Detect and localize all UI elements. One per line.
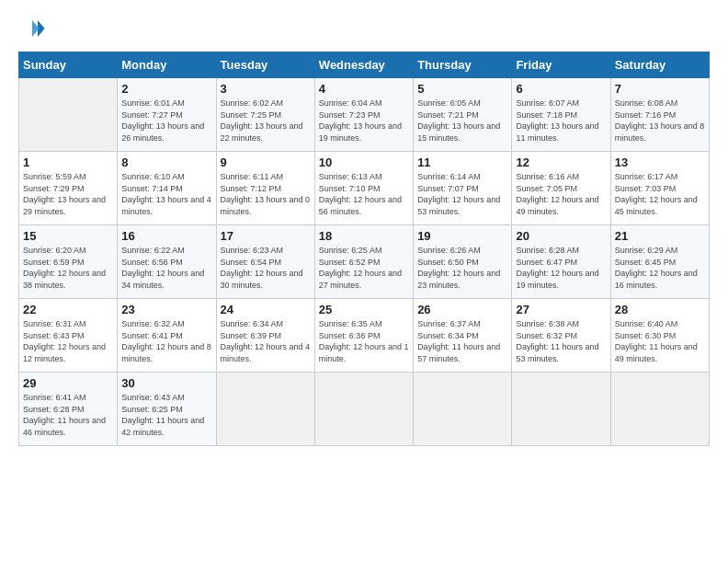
calendar-cell [414, 373, 512, 446]
day-info: Sunrise: 6:22 AMSunset: 6:56 PMDaylight:… [121, 246, 204, 290]
day-info: Sunrise: 6:11 AMSunset: 7:12 PMDaylight:… [221, 172, 311, 216]
calendar-cell: 9Sunrise: 6:11 AMSunset: 7:12 PMDaylight… [216, 152, 314, 225]
day-number: 28 [615, 303, 705, 316]
header [18, 15, 710, 42]
day-number: 25 [319, 303, 409, 316]
week-row: 2Sunrise: 6:01 AMSunset: 7:27 PMDaylight… [19, 78, 710, 152]
calendar-cell: 18Sunrise: 6:25 AMSunset: 6:52 PMDayligh… [314, 225, 413, 299]
day-info: Sunrise: 6:13 AMSunset: 7:10 PMDaylight:… [319, 172, 402, 216]
day-info: Sunrise: 6:02 AMSunset: 7:25 PMDaylight:… [221, 98, 303, 143]
calendar-cell: 10Sunrise: 6:13 AMSunset: 7:10 PMDayligh… [314, 152, 413, 225]
day-number: 2 [121, 82, 211, 96]
calendar-cell: 24Sunrise: 6:34 AMSunset: 6:39 PMDayligh… [216, 299, 314, 373]
col-header-tuesday: Tuesday [216, 52, 314, 78]
week-row: 22Sunrise: 6:31 AMSunset: 6:43 PMDayligh… [19, 299, 710, 373]
day-info: Sunrise: 6:14 AMSunset: 7:07 PMDaylight:… [417, 172, 500, 216]
col-header-thursday: Thursday [414, 52, 512, 78]
calendar-cell [19, 78, 118, 152]
calendar-cell: 22Sunrise: 6:31 AMSunset: 6:43 PMDayligh… [19, 299, 118, 373]
week-row: 29Sunrise: 6:41 AMSunset: 6:28 PMDayligh… [19, 373, 710, 446]
calendar-cell: 7Sunrise: 6:08 AMSunset: 7:16 PMDaylight… [610, 78, 709, 152]
calendar-cell: 11Sunrise: 6:14 AMSunset: 7:07 PMDayligh… [414, 152, 512, 225]
day-number: 23 [121, 303, 211, 316]
day-number: 1 [23, 155, 113, 169]
day-info: Sunrise: 6:07 AMSunset: 7:18 PMDaylight:… [516, 98, 598, 143]
day-number: 19 [417, 229, 507, 243]
day-info: Sunrise: 6:20 AMSunset: 6:59 PMDaylight:… [23, 246, 106, 290]
day-number: 7 [615, 82, 705, 96]
calendar-cell: 25Sunrise: 6:35 AMSunset: 6:36 PMDayligh… [314, 299, 413, 373]
day-number: 21 [615, 229, 705, 243]
col-header-saturday: Saturday [610, 52, 709, 78]
header-row: SundayMondayTuesdayWednesdayThursdayFrid… [19, 52, 710, 78]
calendar-cell: 3Sunrise: 6:02 AMSunset: 7:25 PMDaylight… [216, 78, 314, 152]
day-info: Sunrise: 6:37 AMSunset: 6:34 PMDaylight:… [417, 319, 500, 363]
page: SundayMondayTuesdayWednesdayThursdayFrid… [0, 0, 728, 563]
day-info: Sunrise: 6:01 AMSunset: 7:27 PMDaylight:… [121, 98, 204, 143]
calendar-table: SundayMondayTuesdayWednesdayThursdayFrid… [18, 52, 710, 446]
logo-icon [18, 15, 46, 42]
week-row: 1Sunrise: 5:59 AMSunset: 7:29 PMDaylight… [19, 152, 710, 225]
day-number: 5 [417, 82, 507, 96]
calendar-cell: 8Sunrise: 6:10 AMSunset: 7:14 PMDaylight… [118, 152, 216, 225]
calendar-cell: 29Sunrise: 6:41 AMSunset: 6:28 PMDayligh… [19, 373, 118, 446]
day-info: Sunrise: 6:28 AMSunset: 6:47 PMDaylight:… [516, 246, 598, 290]
calendar-cell: 26Sunrise: 6:37 AMSunset: 6:34 PMDayligh… [414, 299, 512, 373]
calendar-cell: 19Sunrise: 6:26 AMSunset: 6:50 PMDayligh… [414, 225, 512, 299]
calendar-cell: 21Sunrise: 6:29 AMSunset: 6:45 PMDayligh… [610, 225, 709, 299]
day-info: Sunrise: 5:59 AMSunset: 7:29 PMDaylight:… [23, 172, 106, 216]
day-number: 29 [23, 376, 113, 390]
calendar-cell: 13Sunrise: 6:17 AMSunset: 7:03 PMDayligh… [610, 152, 709, 225]
day-info: Sunrise: 6:41 AMSunset: 6:28 PMDaylight:… [23, 393, 106, 437]
calendar-cell: 12Sunrise: 6:16 AMSunset: 7:05 PMDayligh… [512, 152, 610, 225]
day-number: 8 [121, 155, 211, 169]
day-info: Sunrise: 6:23 AMSunset: 6:54 PMDaylight:… [221, 246, 303, 290]
col-header-monday: Monday [118, 52, 216, 78]
day-number: 9 [221, 155, 311, 169]
day-info: Sunrise: 6:10 AMSunset: 7:14 PMDaylight:… [121, 172, 211, 216]
day-number: 22 [23, 303, 113, 316]
day-number: 15 [23, 229, 113, 243]
calendar-cell: 20Sunrise: 6:28 AMSunset: 6:47 PMDayligh… [512, 225, 610, 299]
day-number: 3 [221, 82, 311, 96]
calendar-cell: 5Sunrise: 6:05 AMSunset: 7:21 PMDaylight… [414, 78, 512, 152]
col-header-wednesday: Wednesday [314, 52, 413, 78]
col-header-friday: Friday [512, 52, 610, 78]
day-number: 11 [417, 155, 507, 169]
calendar-cell: 6Sunrise: 6:07 AMSunset: 7:18 PMDaylight… [512, 78, 610, 152]
day-number: 13 [615, 155, 705, 169]
calendar-cell: 23Sunrise: 6:32 AMSunset: 6:41 PMDayligh… [118, 299, 216, 373]
day-number: 18 [319, 229, 409, 243]
calendar-cell [512, 373, 610, 446]
week-row: 15Sunrise: 6:20 AMSunset: 6:59 PMDayligh… [19, 225, 710, 299]
calendar-cell: 15Sunrise: 6:20 AMSunset: 6:59 PMDayligh… [19, 225, 118, 299]
day-info: Sunrise: 6:31 AMSunset: 6:43 PMDaylight:… [23, 319, 106, 363]
calendar-cell: 1Sunrise: 5:59 AMSunset: 7:29 PMDaylight… [19, 152, 118, 225]
day-number: 12 [516, 155, 606, 169]
calendar-cell: 4Sunrise: 6:04 AMSunset: 7:23 PMDaylight… [314, 78, 413, 152]
calendar-cell [216, 373, 314, 446]
day-number: 24 [221, 303, 311, 316]
day-info: Sunrise: 6:29 AMSunset: 6:45 PMDaylight:… [615, 246, 698, 290]
day-number: 10 [319, 155, 409, 169]
day-info: Sunrise: 6:35 AMSunset: 6:36 PMDaylight:… [319, 319, 409, 363]
calendar-cell: 27Sunrise: 6:38 AMSunset: 6:32 PMDayligh… [512, 299, 610, 373]
day-info: Sunrise: 6:16 AMSunset: 7:05 PMDaylight:… [516, 172, 598, 216]
calendar-cell: 16Sunrise: 6:22 AMSunset: 6:56 PMDayligh… [118, 225, 216, 299]
day-number: 4 [319, 82, 409, 96]
calendar-cell: 30Sunrise: 6:43 AMSunset: 6:25 PMDayligh… [118, 373, 216, 446]
day-info: Sunrise: 6:26 AMSunset: 6:50 PMDaylight:… [417, 246, 500, 290]
day-number: 16 [121, 229, 211, 243]
day-number: 20 [516, 229, 606, 243]
logo [18, 15, 50, 42]
calendar-cell: 28Sunrise: 6:40 AMSunset: 6:30 PMDayligh… [610, 299, 709, 373]
day-info: Sunrise: 6:40 AMSunset: 6:30 PMDaylight:… [615, 319, 698, 363]
calendar-cell [314, 373, 413, 446]
calendar-cell: 17Sunrise: 6:23 AMSunset: 6:54 PMDayligh… [216, 225, 314, 299]
day-info: Sunrise: 6:04 AMSunset: 7:23 PMDaylight:… [319, 98, 402, 143]
calendar-cell [610, 373, 709, 446]
day-info: Sunrise: 6:25 AMSunset: 6:52 PMDaylight:… [319, 246, 402, 290]
day-number: 26 [417, 303, 507, 316]
day-number: 6 [516, 82, 606, 96]
day-number: 30 [121, 376, 211, 390]
